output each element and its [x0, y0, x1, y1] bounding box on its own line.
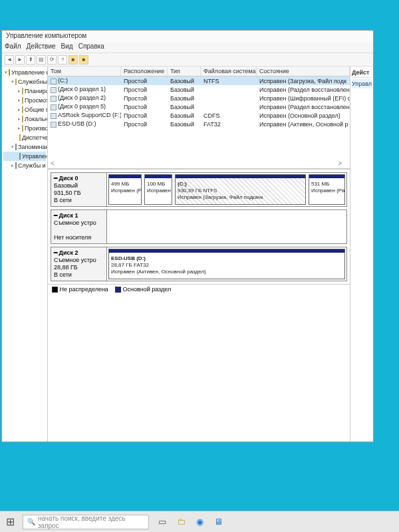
horizontal-scrollbar[interactable]: <> [51, 160, 342, 167]
col-volume[interactable]: Том [48, 66, 121, 76]
tree-services[interactable]: Службы и приложения [18, 161, 48, 170]
edge-icon[interactable]: ◉ [194, 517, 205, 527]
volume-icon [51, 87, 57, 93]
disk-0[interactable]: ━ Диск 0 Базовый 931,50 ГБ В сети 499 МБ… [51, 172, 347, 207]
legend-primary-swatch [115, 287, 121, 293]
menubar: Файл Действие Вид Справка [2, 43, 373, 53]
col-layout[interactable]: Расположение [121, 66, 168, 76]
table-row[interactable]: (Диск 0 раздел 5) Простой Базовый Исправ… [48, 102, 350, 111]
perf-icon [22, 125, 23, 132]
task-view-icon[interactable]: ▭ [157, 517, 168, 527]
computer-icon [9, 69, 10, 76]
tree-root[interactable]: Управление компьютером (л [11, 68, 48, 77]
toolbar-refresh-icon[interactable]: ⟳ [47, 55, 57, 65]
usb-icon [51, 122, 57, 128]
taskbar: ⊞ 🔍 начать поиск, введите здесь запрос ▭… [0, 511, 399, 532]
devmgr-icon [19, 134, 21, 141]
tree-performance[interactable]: Производительность [25, 124, 48, 133]
menu-view[interactable]: Вид [61, 43, 73, 53]
window-title: Управление компьютером [2, 31, 373, 43]
folder-icon [15, 78, 17, 85]
toolbar-fwd-icon[interactable]: ► [15, 55, 25, 65]
disk-2[interactable]: ━ Диск 2 Съемное устро 28,88 ГБ В сети E… [51, 247, 347, 281]
toolbar: ◄ ► ⬆ ▤ ⟳ ? ■ ■ [2, 53, 373, 66]
cd-icon [51, 113, 57, 119]
storage-icon [15, 144, 17, 150]
tree-event-viewer[interactable]: Просмотр событий [25, 96, 48, 105]
users-icon [22, 116, 23, 122]
table-row[interactable]: (Диск 0 раздел 2) Простой Базовый Исправ… [48, 94, 350, 102]
actions-item[interactable]: Управл [352, 79, 372, 88]
eventvwr-icon [22, 97, 23, 104]
disk-1[interactable]: ━ Диск 1 Съемное устро Нет носителя [51, 209, 347, 244]
menu-action[interactable]: Действие [27, 43, 56, 53]
disk-1-info: ━ Диск 1 Съемное устро Нет носителя [51, 210, 107, 243]
toolbar-up-icon[interactable]: ⬆ [26, 55, 35, 65]
menu-file[interactable]: Файл [5, 43, 21, 53]
tree-system-tools[interactable]: Служебные программы [18, 77, 48, 86]
main-content: Том Расположение Тип Файловая система Со… [48, 66, 350, 442]
volume-icon [51, 78, 57, 84]
legend-unallocated-swatch [52, 287, 58, 293]
toolbar-back-icon[interactable]: ◄ [5, 55, 14, 65]
volume-icon [51, 96, 57, 102]
tree-disk-management[interactable]: Управление дисками [22, 152, 48, 161]
disk0-partition-c[interactable]: (C:)930,39 ГБ NTFSИсправен (Загрузка, Фа… [175, 174, 306, 205]
search-icon: 🔍 [27, 518, 35, 525]
table-row[interactable]: ASRock SupportCD (F:) Простой Базовый CD… [48, 111, 350, 120]
toolbar-extra1-icon[interactable]: ■ [68, 55, 78, 65]
disk-2-info: ━ Диск 2 Съемное устро 28,88 ГБ В сети [51, 247, 107, 281]
tree-shared-folders[interactable]: Общие папки [25, 105, 48, 114]
menu-help[interactable]: Справка [78, 43, 104, 53]
disk-graphic-view[interactable]: ━ Диск 0 Базовый 931,50 ГБ В сети 499 МБ… [48, 170, 350, 442]
tree-scheduler[interactable]: Планировщик заданий [25, 86, 48, 96]
disk-0-info: ━ Диск 0 Базовый 931,50 ГБ В сети [51, 173, 107, 206]
services-icon [15, 162, 17, 169]
start-button[interactable]: ⊞ [0, 511, 20, 533]
volume-list[interactable]: Том Расположение Тип Файловая система Со… [48, 66, 350, 170]
tree-local-users[interactable]: Локальные пользова [25, 114, 48, 124]
nav-tree[interactable]: ▾Управление компьютером (л ▾Служебные пр… [2, 66, 48, 442]
volume-icon [51, 104, 57, 110]
toolbar-help-icon[interactable]: ? [58, 55, 67, 65]
col-type[interactable]: Тип [168, 66, 201, 76]
table-row[interactable]: ESD-USB (D:) Простой Базовый FAT32 Испра… [48, 120, 350, 128]
col-fs[interactable]: Файловая система [201, 66, 257, 76]
computer-management-window: Управление компьютером Файл Действие Вид… [1, 30, 374, 442]
explorer-icon[interactable]: 🗀 [176, 517, 186, 527]
legend: Не распределена Основной раздел [48, 284, 350, 294]
col-status[interactable]: Состояние [257, 66, 350, 76]
compmgmt-icon[interactable]: 🖥 [213, 517, 223, 527]
scheduler-icon [22, 88, 23, 94]
disk2-partition-esd[interactable]: ESD-USB (D:)28,87 ГБ FAT32Исправен (Акти… [108, 249, 345, 279]
tree-device-manager[interactable]: Диспетчер устройств [22, 133, 48, 142]
toolbar-props-icon[interactable]: ▤ [37, 55, 46, 65]
search-placeholder: начать поиск, введите здесь запрос [38, 515, 144, 529]
shared-icon [22, 106, 23, 113]
taskbar-search[interactable]: 🔍 начать поиск, введите здесь запрос [23, 515, 149, 529]
table-row[interactable]: (Диск 0 раздел 1) Простой Базовый Исправ… [48, 85, 350, 94]
actions-panel: Дейст Управл [350, 66, 373, 442]
tree-storage[interactable]: Запоминающие устройст [18, 142, 48, 152]
disk0-partition-4[interactable]: 531 МБИсправен (Раз, [309, 174, 345, 205]
disk0-partition-1[interactable]: 499 МБИсправен (Раз [108, 174, 142, 205]
diskmgmt-icon [19, 153, 21, 160]
actions-header: Дейст [352, 68, 372, 78]
toolbar-extra2-icon[interactable]: ■ [79, 55, 88, 65]
disk0-partition-2[interactable]: 100 МБИсправен [144, 174, 172, 205]
table-row[interactable]: (C:) Простой Базовый NTFS Исправен (Загр… [48, 76, 350, 85]
